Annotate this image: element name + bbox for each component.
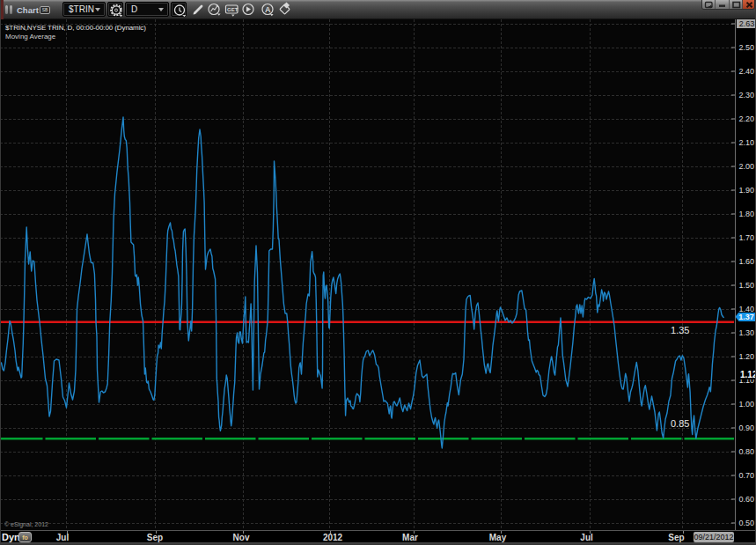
svg-text:GET: GET — [227, 7, 239, 12]
svg-text:A: A — [265, 5, 271, 14]
